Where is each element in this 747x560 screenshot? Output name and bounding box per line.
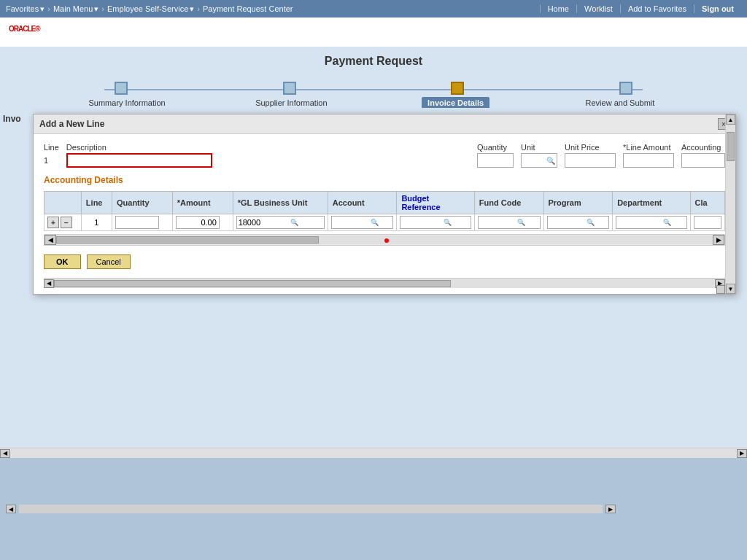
step-dot-review: [619, 82, 632, 95]
vscroll-down-button[interactable]: ▼: [726, 284, 735, 294]
description-label: Description: [66, 143, 470, 152]
quantity-label: Quantity: [477, 143, 514, 152]
sep3: ›: [197, 4, 200, 13]
favorites-menu[interactable]: Favorites ▾: [6, 4, 44, 14]
modal-resize-handle[interactable]: [716, 285, 725, 294]
quantity-input[interactable]: [477, 153, 514, 168]
table-row: + − 1: [44, 214, 725, 231]
budget-ref-label-colored: Budget: [401, 194, 429, 203]
unit-label: Unit: [521, 143, 557, 152]
modal-hscroll-thumb: [54, 280, 451, 287]
employee-self-service-menu[interactable]: Employee Self-Service ▾: [107, 4, 194, 14]
accounting-label: Accounting: [681, 143, 725, 152]
stepper-track: [37, 82, 710, 95]
step-label-summary[interactable]: Summary Information: [89, 98, 166, 107]
row-department-input[interactable]: [616, 217, 660, 228]
row-amount-input[interactable]: [176, 216, 220, 229]
cancel-button[interactable]: Cancel: [87, 254, 131, 269]
step-dot-invoice: [451, 82, 464, 95]
col-header-program: Program: [543, 192, 613, 214]
row-department-cell: 🔍: [613, 214, 690, 231]
ess-dropdown-icon: ▾: [190, 4, 194, 14]
col-header-amount: *Amount: [172, 192, 233, 214]
department-search-button[interactable]: 🔍: [660, 216, 673, 229]
remove-row-button[interactable]: −: [61, 217, 72, 228]
hscroll-left-button[interactable]: ◀: [44, 235, 56, 245]
page-hscroll-right[interactable]: ▶: [737, 449, 747, 458]
ok-button[interactable]: OK: [44, 254, 81, 269]
col-header-quantity: Quantity: [112, 192, 173, 214]
bottom-scroll-track: [19, 505, 603, 513]
step-label-invoice[interactable]: Invoice Details: [422, 97, 489, 109]
gl-search-button[interactable]: 🔍: [288, 216, 301, 229]
step-summary[interactable]: [37, 82, 205, 95]
row-program-cell: 🔍: [543, 214, 613, 231]
row-budget-cell: 🔍: [397, 214, 474, 231]
oracle-logo: ORACLE®: [9, 24, 40, 41]
hscroll-right-button[interactable]: ▶: [713, 235, 724, 245]
gl-input-wrapper: 🔍: [236, 216, 325, 229]
table-horizontal-scrollbar[interactable]: ◀ ▶: [44, 234, 725, 246]
page-bottom-scrollbar[interactable]: ◀ ▶: [0, 448, 747, 458]
row-line-cell: 1: [81, 214, 112, 231]
account-search-button[interactable]: 🔍: [368, 216, 382, 229]
add-row-button[interactable]: +: [47, 217, 59, 228]
accounting-input[interactable]: [681, 153, 725, 168]
bottom-area: ◀ ▶: [0, 458, 747, 516]
col-header-line: Line: [81, 192, 112, 214]
unit-input[interactable]: [522, 154, 545, 167]
vscroll-thumb: [727, 134, 735, 161]
bottom-left-btn[interactable]: ◀: [6, 505, 16, 513]
row-budget-input[interactable]: [400, 217, 441, 228]
program-search-button[interactable]: 🔍: [584, 216, 597, 229]
page-hscroll-left[interactable]: ◀: [0, 449, 10, 458]
row-class-input[interactable]: [694, 217, 709, 228]
step-review[interactable]: [541, 82, 709, 95]
stepper-steps: [37, 82, 710, 95]
line-amount-input[interactable]: [623, 153, 674, 168]
invoice-section-label: Invo: [3, 114, 21, 124]
nav-links: Home Worklist Add to Favorites Sign out: [540, 4, 741, 13]
hscroll-track: [56, 236, 713, 244]
unit-search-button[interactable]: 🔍: [545, 154, 557, 167]
row-fund-input[interactable]: [479, 217, 515, 228]
favorites-dropdown-icon: ▾: [40, 4, 44, 14]
unit-price-input[interactable]: [565, 153, 616, 168]
row-account-input[interactable]: [332, 217, 368, 228]
line-number-field: Line 1: [44, 143, 59, 165]
home-link[interactable]: Home: [540, 4, 577, 13]
main-content: Invo Add a New Line × Line 1: [0, 108, 747, 458]
description-input[interactable]: [66, 153, 212, 168]
page-title: Payment Request: [325, 55, 422, 68]
logo-bar: ORACLE®: [0, 18, 747, 47]
budget-search-button[interactable]: 🔍: [441, 216, 454, 229]
fund-search-button[interactable]: 🔍: [515, 216, 528, 229]
modal-bottom-scrollbar[interactable]: ◀ ▶: [44, 278, 725, 288]
row-program-input[interactable]: [548, 217, 584, 228]
top-nav-bar: Favorites ▾ › Main Menu ▾ › Employee Sel…: [0, 0, 747, 18]
step-invoice[interactable]: [374, 82, 541, 95]
main-menu[interactable]: Main Menu ▾: [53, 4, 98, 14]
add-to-favorites-link[interactable]: Add to Favorites: [621, 4, 694, 13]
step-label-supplier[interactable]: Supplier Information: [255, 98, 327, 107]
bottom-right-btn[interactable]: ▶: [605, 505, 616, 513]
hscroll-thumb: [56, 236, 319, 244]
step-supplier[interactable]: [206, 82, 374, 95]
accounting-table: Line Quantity *Amount *GL Business Unit …: [44, 191, 725, 231]
modal-hscroll-left[interactable]: ◀: [44, 279, 54, 288]
modal-body: Line 1 Description Quantity: [34, 134, 735, 294]
step-label-review[interactable]: Review and Submit: [586, 98, 655, 107]
row-gl-input[interactable]: [237, 217, 288, 228]
row-fund-cell: 🔍: [474, 214, 543, 231]
main-menu-dropdown-icon: ▾: [94, 4, 98, 14]
col-header-department: Department: [613, 192, 690, 214]
row-quantity-input[interactable]: [115, 216, 159, 229]
signout-link[interactable]: Sign out: [694, 4, 741, 13]
bottom-left-scroll: ◀ ▶: [6, 505, 616, 513]
line-number-value: 1: [44, 153, 59, 165]
modal-content: Line 1 Description Quantity: [34, 134, 735, 294]
row-class-cell: [690, 214, 724, 231]
worklist-link[interactable]: Worklist: [577, 4, 621, 13]
account-input-wrapper: 🔍: [331, 216, 394, 229]
row-gl-cell: 🔍: [233, 214, 328, 231]
